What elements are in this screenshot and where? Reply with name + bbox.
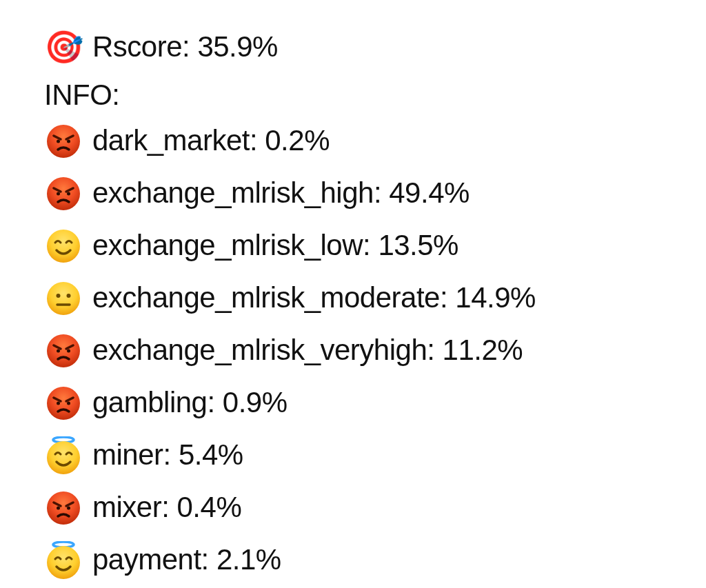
svg-point-2 [67, 139, 70, 143]
row-exchange-mlrisk-moderate: exchange_mlrisk_moderate: 14.9% [44, 272, 662, 325]
svg-point-14 [47, 387, 80, 420]
row-value: 0.2% [265, 124, 330, 156]
row-text: miner: 5.4% [92, 437, 243, 474]
row-text: exchange_mlrisk_moderate: 14.9% [92, 280, 536, 316]
row-exchange-mlrisk-veryhigh: exchange_mlrisk_veryhigh: 11.2% [44, 325, 662, 377]
row-text: mixer: 0.4% [92, 489, 241, 526]
angel-icon [44, 541, 83, 580]
svg-point-0 [47, 125, 80, 158]
row-name: exchange_mlrisk_veryhigh [92, 334, 427, 366]
row-value: 0.9% [223, 386, 288, 418]
svg-point-21 [67, 506, 70, 509]
row-value: 0.4% [177, 491, 242, 523]
smile-icon [44, 227, 83, 265]
row-payment: payment: 2.1% [44, 534, 662, 587]
rscore-label: Rscore: [92, 30, 190, 63]
row-text: exchange_mlrisk_low: 13.5% [92, 227, 458, 264]
row-value: 49.4% [389, 176, 470, 209]
row-name: gambling [92, 386, 207, 418]
row-text: dark_market: 0.2% [92, 123, 330, 159]
row-name: dark_market [92, 124, 250, 156]
svg-point-12 [57, 349, 60, 352]
row-name: miner [92, 438, 163, 471]
rscore-text: Rscore: 35.9% [92, 29, 278, 65]
angry-icon [44, 122, 83, 161]
row-name: exchange_mlrisk_high [92, 176, 374, 209]
svg-point-8 [57, 294, 61, 298]
svg-point-1 [57, 139, 60, 143]
svg-point-6 [47, 230, 80, 263]
row-name: exchange_mlrisk_low [92, 229, 363, 261]
angel-icon [44, 436, 83, 475]
row-exchange-mlrisk-high: exchange_mlrisk_high: 49.4% [44, 168, 662, 220]
svg-point-9 [67, 294, 71, 298]
angry-icon [44, 332, 83, 370]
row-text: exchange_mlrisk_high: 49.4% [92, 175, 470, 212]
row-value: 14.9% [455, 281, 536, 314]
target-icon: 🎯 [44, 28, 83, 66]
row-value: 5.4% [179, 438, 243, 471]
svg-point-4 [57, 192, 60, 195]
row-name: exchange_mlrisk_moderate [92, 281, 440, 314]
rscore-value: 35.9% [197, 30, 278, 63]
risk-report: 🎯 Rscore: 35.9% INFO: dark_market: 0.2% … [0, 0, 706, 588]
row-value: 11.2% [443, 334, 523, 366]
svg-point-20 [57, 506, 60, 509]
row-miner: miner: 5.4% [44, 429, 662, 482]
angry-icon [44, 489, 83, 527]
svg-point-11 [47, 334, 80, 367]
svg-point-19 [47, 491, 80, 525]
row-dark-market: dark_market: 0.2% [44, 115, 662, 168]
row-text: payment: 2.1% [92, 542, 281, 578]
row-exchange-mlrisk-low: exchange_mlrisk_low: 13.5% [44, 220, 662, 272]
row-name: payment [92, 543, 201, 576]
svg-point-23 [47, 546, 80, 579]
row-name: mixer [92, 491, 161, 523]
neutral-icon [44, 279, 83, 318]
info-label: INFO: [44, 73, 662, 115]
row-text: gambling: 0.9% [92, 385, 288, 421]
row-value: 2.1% [216, 543, 281, 576]
angry-icon [44, 384, 83, 423]
svg-point-15 [57, 401, 60, 405]
svg-point-3 [47, 177, 80, 210]
svg-point-18 [47, 441, 80, 474]
row-value: 13.5% [378, 229, 458, 261]
svg-point-16 [67, 401, 70, 405]
svg-point-7 [47, 282, 80, 315]
row-gambling: gambling: 0.9% [44, 377, 662, 429]
rscore-line: 🎯 Rscore: 35.9% [44, 21, 662, 73]
svg-point-5 [67, 192, 70, 195]
angry-icon [44, 174, 83, 213]
row-text: exchange_mlrisk_veryhigh: 11.2% [92, 332, 523, 369]
row-mixer: mixer: 0.4% [44, 482, 662, 534]
svg-point-13 [67, 349, 70, 352]
